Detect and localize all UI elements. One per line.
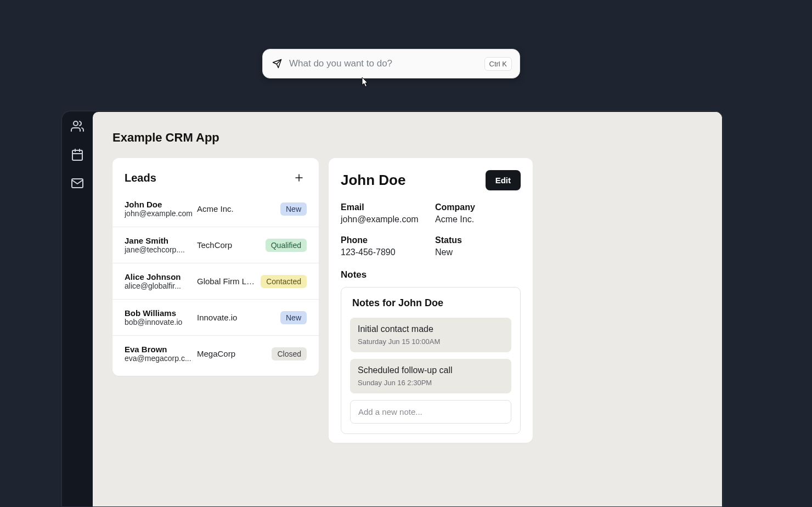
lead-email: eva@megacorp.c... <box>125 354 193 363</box>
phone-value: 123-456-7890 <box>341 247 426 257</box>
lead-detail-panel: John Doe Edit Email john@example.com Com… <box>329 158 533 443</box>
notes-title: Notes for John Doe <box>350 297 511 309</box>
lead-email: alice@globalfir... <box>125 281 193 290</box>
lead-company: Innovate.io <box>197 313 276 322</box>
lead-name: Jane Smith <box>125 236 193 245</box>
lead-name: Bob Williams <box>125 308 193 318</box>
lead-name: Eva Brown <box>125 345 193 354</box>
lead-row[interactable]: John Doejohn@example.comAcme Inc.New <box>112 191 319 227</box>
detail-name: John Doe <box>341 172 405 189</box>
command-bar[interactable]: Ctrl K <box>262 49 520 78</box>
lead-email: bob@innovate.io <box>125 318 193 326</box>
app-frame: Example CRM App Leads John Doejohn@examp… <box>61 111 723 507</box>
status-badge: New <box>280 202 307 216</box>
lead-email: john@example.com <box>125 209 193 218</box>
note-text: Scheduled follow-up call <box>358 365 504 375</box>
note-timestamp: Saturday Jun 15 10:00AM <box>358 337 504 346</box>
lead-company: MegaCorp <box>197 349 267 358</box>
status-badge: Qualified <box>266 239 307 252</box>
lead-row[interactable]: Bob Williamsbob@innovate.ioInnovate.ioNe… <box>112 300 319 336</box>
note-text: Initial contact made <box>358 324 504 334</box>
status-value: New <box>435 247 521 257</box>
lead-row[interactable]: Eva Browneva@megacorp.c...MegaCorpClosed <box>112 336 319 371</box>
phone-label: Phone <box>341 235 426 245</box>
leads-panel: Leads John Doejohn@example.comAcme Inc.N… <box>112 158 319 376</box>
company-value: Acme Inc. <box>435 215 521 224</box>
calendar-icon[interactable] <box>70 148 84 162</box>
mail-icon[interactable] <box>70 176 84 190</box>
lead-row[interactable]: Alice Johnsonalice@globalfir...Global Fi… <box>112 263 319 300</box>
note-item[interactable]: Scheduled follow-up callSunday Jun 16 2:… <box>350 359 511 393</box>
email-value: john@example.com <box>341 215 426 224</box>
status-badge: Contacted <box>261 275 307 288</box>
users-icon[interactable] <box>70 119 84 133</box>
lead-email: jane@techcorp.... <box>125 245 193 254</box>
lead-company: Global Firm LLC <box>197 277 256 286</box>
note-timestamp: Sunday Jun 16 2:30PM <box>358 379 504 387</box>
notes-box: Notes for John Doe Initial contact madeS… <box>341 287 521 434</box>
leads-title: Leads <box>125 172 156 184</box>
edit-button[interactable]: Edit <box>486 170 521 190</box>
status-badge: New <box>280 311 307 324</box>
lead-company: TechCorp <box>197 240 261 250</box>
lead-company: Acme Inc. <box>197 204 276 213</box>
command-input[interactable] <box>283 58 484 69</box>
status-label: Status <box>435 235 521 245</box>
app-title: Example CRM App <box>112 131 702 145</box>
company-label: Company <box>435 202 521 212</box>
lead-name: Alice Johnson <box>125 272 193 281</box>
workspace[interactable]: Example CRM App Leads John Doejohn@examp… <box>93 112 722 506</box>
sidebar <box>62 111 93 506</box>
command-shortcut: Ctrl K <box>484 57 512 71</box>
send-icon <box>272 58 283 69</box>
notes-header: Notes <box>341 269 521 280</box>
note-item[interactable]: Initial contact madeSaturday Jun 15 10:0… <box>350 318 511 352</box>
add-lead-button[interactable] <box>291 170 307 185</box>
status-badge: Closed <box>272 347 307 360</box>
svg-rect-3 <box>72 150 82 160</box>
add-note-input[interactable]: Add a new note... <box>350 400 511 424</box>
email-label: Email <box>341 202 426 212</box>
lead-row[interactable]: Jane Smithjane@techcorp....TechCorpQuali… <box>112 227 319 263</box>
lead-name: John Doe <box>125 200 193 209</box>
cursor-pointer <box>359 77 369 89</box>
svg-point-2 <box>74 121 78 126</box>
